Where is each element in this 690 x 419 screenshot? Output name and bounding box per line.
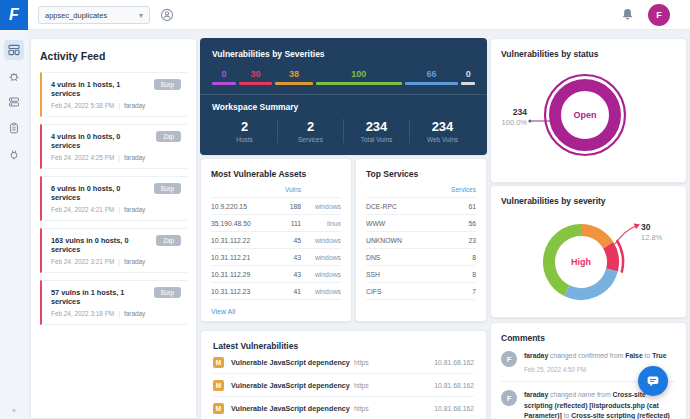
activity-item[interactable]: 4 vulns in 0 hosts, 0 services Feb 24, 2… (40, 124, 187, 169)
severity-bar-segment[interactable]: 30 (239, 69, 272, 85)
workspace-selector[interactable]: appsec_duplicates ▾ (38, 6, 150, 24)
activity-item-date: Feb 24, 2022 4:25 PM (51, 154, 114, 161)
bell-icon[interactable] (620, 7, 635, 22)
activity-item-user: faraday (124, 206, 145, 213)
severity-bar-segment[interactable]: 66 (405, 69, 459, 85)
severity-bar-segment[interactable]: 38 (275, 69, 313, 85)
vulnerability-target: 10.81.68.162 (412, 382, 474, 389)
vulns-column-header[interactable]: Vulns (279, 186, 301, 193)
latest-vulnerabilities-title: Latest Vulnerabilities (213, 341, 474, 351)
top-services-title: Top Services (366, 169, 476, 179)
status-callout: 234 100.0% (490, 107, 527, 127)
severity-bar-segment[interactable]: 100 (316, 69, 402, 85)
severity-callout: 30 12.8% (641, 222, 675, 242)
comments-title: Comments (501, 333, 676, 343)
activity-item-user: faraday (124, 102, 145, 109)
activity-item-date: Feb 24, 2022 4:21 PM (51, 206, 114, 213)
activity-feed-panel: Activity Feed 4 vulns in 1 hosts, 1 serv… (30, 38, 197, 419)
workspace-summary-title: Workspace Summary (212, 102, 475, 112)
asset-row[interactable]: 35.190.48.50111linux (211, 215, 341, 232)
service-row[interactable]: UNKNOWN23 (366, 232, 476, 249)
activity-item[interactable]: 6 vulns in 0 hosts, 0 services Feb 24, 2… (40, 176, 187, 221)
tool-badge: Zap (156, 235, 181, 246)
activity-item-date: Feb 24, 2022 3:18 PM (51, 310, 114, 317)
severity-count: 100 (351, 69, 366, 79)
status-donut-chart[interactable]: Open (537, 67, 633, 163)
hosts-icon (8, 96, 20, 108)
vulnerability-service: https (354, 382, 412, 389)
asset-row[interactable]: 10.31.112.2943windows (211, 266, 341, 283)
severity-bar-segment[interactable]: 0 (212, 69, 236, 85)
severity-badge: M (213, 357, 224, 368)
severity-count: 30 (250, 69, 260, 79)
dashboard-root: F appsec_duplicates ▾ F (0, 0, 690, 419)
sidebar-item-vulnerabilities[interactable] (4, 66, 24, 86)
vulnerability-target: 10.81.68.162 (412, 359, 474, 366)
tool-badge: Burp (154, 287, 181, 298)
sidebar-expand-icon[interactable]: » (0, 407, 28, 414)
vulns-by-status-title: Vulnerabilities by status (501, 49, 676, 59)
tool-badge: Burp (154, 79, 181, 90)
chevron-down-icon: ▾ (139, 11, 143, 20)
service-row[interactable]: WWW56 (366, 215, 476, 232)
asset-row[interactable]: 10.9.220.15188windows (211, 198, 341, 215)
user-avatar[interactable]: F (648, 4, 670, 26)
severity-donut (531, 212, 631, 312)
vulnerability-name: Vulnerable JavaScript dependency (231, 404, 354, 413)
tool-badge: Burp (154, 183, 181, 194)
activity-item-user: faraday (124, 258, 145, 265)
vulnerability-row[interactable]: M Vulnerable JavaScript dependency https… (213, 351, 474, 374)
activity-item-user: faraday (124, 310, 145, 317)
severities-panel: Vulnerabilities by Severities 0 30 38 10… (200, 38, 487, 155)
services-column-header[interactable]: Services (451, 186, 476, 193)
severity-count: 0 (466, 69, 471, 79)
sidebar-nav: » (0, 30, 28, 419)
sidebar-item-hosts[interactable] (4, 92, 24, 112)
divider (200, 94, 487, 95)
dashboard-icon (8, 44, 20, 56)
activity-item[interactable]: 163 vulns in 0 hosts, 0 services Feb 24,… (40, 228, 187, 273)
sidebar-item-agents[interactable] (4, 144, 24, 164)
vulnerability-service: https (354, 405, 412, 412)
status-donut (537, 67, 633, 163)
severity-bar-segment[interactable]: 0 (461, 69, 475, 85)
vulnerability-name: Vulnerable JavaScript dependency (231, 381, 354, 390)
comment-user: faraday (524, 352, 548, 359)
sidebar-item-dashboard[interactable] (4, 40, 24, 60)
vulnerability-row[interactable]: M Vulnerable JavaScript dependency https… (213, 397, 474, 419)
activity-item[interactable]: 4 vulns in 1 hosts, 1 services Feb 24, 2… (40, 72, 187, 117)
stat-services: 2 Services (277, 119, 343, 143)
service-row[interactable]: DNS8 (366, 249, 476, 266)
severity-donut-chart[interactable]: High (531, 212, 631, 312)
asset-row[interactable]: 10.31.112.2143windows (211, 249, 341, 266)
comment-avatar: F (501, 351, 517, 367)
asset-row[interactable]: 10.31.112.2245windows (211, 232, 341, 249)
service-row[interactable]: CIFS7 (366, 283, 476, 300)
sidebar-item-reports[interactable] (4, 118, 24, 138)
vulnerability-row[interactable]: M Vulnerable JavaScript dependency https… (213, 374, 474, 397)
tool-badge: Zap (156, 131, 181, 142)
view-all-link[interactable]: View All (211, 308, 235, 315)
most-vulnerable-assets-panel: Most Vulnerable Assets Vulns 10.9.220.15… (200, 158, 352, 322)
severity-badge: M (213, 403, 224, 414)
account-circle-icon[interactable] (160, 8, 174, 22)
table-header: Vulns (211, 179, 341, 198)
vulnerability-name: Vulnerable JavaScript dependency (231, 358, 354, 367)
service-row[interactable]: DCE-RPC61 (366, 198, 476, 215)
asset-row[interactable]: 10.31.112.2341windows (211, 283, 341, 300)
activity-item-user: faraday (124, 154, 145, 161)
activity-item[interactable]: 57 vulns in 1 hosts, 1 services Feb 24, … (40, 280, 187, 325)
service-row[interactable]: SSH8 (366, 266, 476, 283)
faraday-logo: F (0, 0, 28, 30)
bug-icon (8, 70, 20, 82)
severity-count: 0 (221, 69, 226, 79)
table-header: Services (366, 179, 476, 198)
latest-vulnerabilities-panel: Latest Vulnerabilities M Vulnerable Java… (200, 330, 487, 419)
chat-icon (645, 373, 661, 389)
activity-feed-title: Activity Feed (40, 50, 187, 62)
severity-count: 66 (427, 69, 437, 79)
comment-user: faraday (524, 391, 548, 398)
vulnerability-service: https (354, 359, 412, 366)
clipboard-icon (8, 122, 20, 134)
chat-fab-button[interactable] (638, 366, 668, 396)
